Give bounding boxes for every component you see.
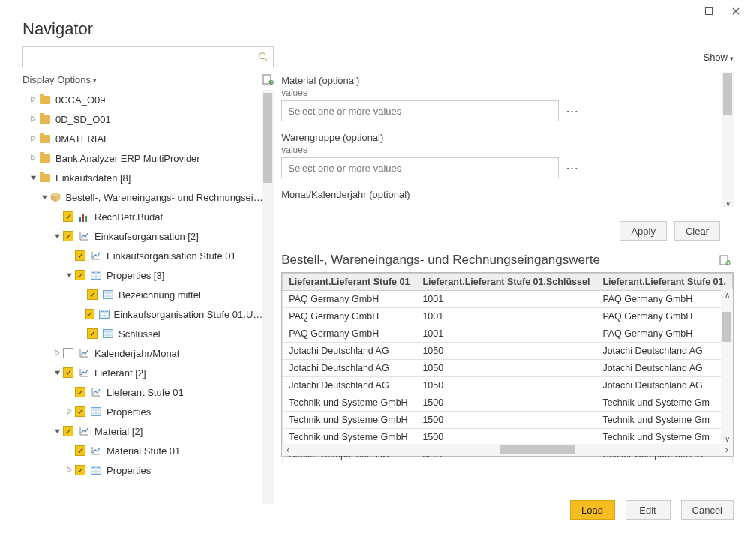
tree-node[interactable]: 0MATERIAL [22,129,263,148]
expand-arrow-icon[interactable] [28,115,38,124]
expand-arrow-icon[interactable] [28,154,38,163]
table-row[interactable]: PAQ Germany GmbH1001PAQ Germany GmbH [283,325,733,343]
grid-hscrollbar[interactable]: ‹ › [282,444,733,456]
window-restore-button[interactable] [696,4,722,18]
display-options-dropdown[interactable]: Display Options▾ [22,74,97,85]
show-dropdown[interactable]: Show▾ [703,52,734,63]
table-icon [102,289,114,301]
tree-checkbox[interactable] [63,367,74,378]
cell: 1050 [416,360,596,377]
apply-button[interactable]: Apply [620,221,667,241]
tree-node[interactable]: Properties [22,402,263,421]
table-row[interactable]: Technik und Systeme GmbH1500Technik und … [283,412,733,429]
tree-node[interactable]: 0CCA_O09 [22,90,263,109]
tree-checkbox[interactable] [75,406,86,417]
dim-icon [90,386,102,398]
scroll-right-icon[interactable]: › [721,444,733,456]
expand-arrow-icon[interactable] [28,135,38,143]
tree-node[interactable]: Bank Analyzer ERP MultiProvider [22,148,263,168]
preview-grid[interactable]: Lieferant.Lieferant Stufe 01Lieferant.Li… [281,272,734,457]
search-input[interactable] [23,52,254,63]
tree-node[interactable]: 0D_SD_O01 [22,109,263,129]
column-header[interactable]: Lieferant.Lieferant Stufe 01. [596,274,733,291]
expand-arrow-icon[interactable] [64,466,74,475]
tree-node[interactable]: Properties [22,460,263,480]
navigator-tree[interactable]: 0CCA_O090D_SD_O010MATERIALBank Analyzer … [22,90,274,504]
table-row[interactable]: PAQ Germany GmbH1001PAQ Germany GmbH [283,291,733,308]
scroll-up-icon[interactable]: ∧ [721,289,733,300]
table-row[interactable]: Jotachi Deutschland AG1050Jotachi Deutsc… [283,360,733,377]
expand-arrow-icon[interactable] [28,96,38,104]
param-select[interactable]: Select one or more values [281,157,559,178]
tree-node-label: Properties [106,465,151,476]
tree-checkbox[interactable] [63,211,74,222]
tree-checkbox[interactable] [87,328,98,339]
expand-arrow-icon[interactable] [64,408,74,416]
table-row[interactable]: Technik und Systeme GmbH1500Technik und … [283,394,733,412]
scroll-down-icon[interactable]: ∨ [721,433,733,444]
column-header[interactable]: Lieferant.Lieferant Stufe 01.Schlüssel [416,274,596,291]
tree-node-label: Schlüssel [118,328,160,340]
tree-node[interactable]: Lieferant Stufe 01 [22,382,263,402]
tree-node[interactable]: Properties [3] [22,265,263,285]
tree-checkbox[interactable] [75,387,86,397]
cell: 1001 [416,291,596,308]
tree-node[interactable]: Bestell-, Wareneingangs- und Rechnungsei… [22,187,263,207]
window-close-button[interactable] [723,4,748,18]
scroll-down-icon[interactable]: ∨ [722,198,734,208]
tree-checkbox[interactable] [87,289,98,300]
expand-arrow-icon[interactable] [52,349,62,358]
scroll-left-icon[interactable]: ‹ [282,444,294,456]
more-options-icon[interactable]: ··· [566,163,579,174]
tree-node[interactable]: Material [2] [22,421,263,441]
tree-node[interactable]: Material Stufe 01 [22,441,263,460]
refresh-icon[interactable] [262,73,274,85]
table-row[interactable]: Jotachi Deutschland AG1050Jotachi Deutsc… [283,377,733,394]
tree-checkbox[interactable] [63,348,74,358]
tree-node[interactable]: Einkaufsorganisation Stufe 01.UniqueNa..… [22,304,263,324]
expand-arrow-icon[interactable] [28,174,38,182]
tree-node[interactable]: Bezeichnung mittel [22,285,263,304]
cell: 1001 [416,308,596,325]
tree-node[interactable]: Einkaufsorganisation [2] [22,226,263,246]
cell: Jotachi Deutschland AG [596,343,733,360]
param-select[interactable]: Select one or more values [281,100,559,121]
tree-node[interactable]: Einkaufsdaten [8] [22,168,263,187]
dim-icon [78,425,90,437]
clear-button[interactable]: Clear [674,221,720,241]
expand-arrow-icon[interactable] [52,369,62,377]
tree-checkbox[interactable] [75,445,86,456]
tree-checkbox[interactable] [63,231,74,241]
cell: PAQ Germany GmbH [596,308,733,325]
tree-scrollbar[interactable] [262,90,274,504]
column-header[interactable]: Lieferant.Lieferant Stufe 01 [283,274,416,291]
grid-vscrollbar[interactable]: ∧ ∨ [721,289,733,444]
tree-node-label: Bezeichnung mittel [118,289,201,301]
expand-arrow-icon[interactable] [52,232,62,241]
table-row[interactable]: PAQ Germany GmbH1001PAQ Germany GmbH [283,308,733,325]
expand-arrow-icon[interactable] [40,193,49,202]
tree-node[interactable]: RechBetr.Budat [22,207,263,226]
more-options-icon[interactable]: ··· [566,106,579,117]
tree-node[interactable]: Schlüssel [22,324,263,343]
tree-checkbox[interactable] [63,426,74,436]
tree-checkbox[interactable] [75,270,86,280]
folder-icon [39,94,51,106]
table-row[interactable]: Jotachi Deutschland AG1050Jotachi Deutsc… [283,343,733,360]
expand-arrow-icon[interactable] [52,427,62,436]
param-sublabel: values [281,88,720,98]
params-scrollbar[interactable]: ∧ ∨ [722,72,734,207]
tree-checkbox[interactable] [86,309,94,319]
search-input-wrap[interactable] [22,46,274,67]
param-label: Warengruppe (optional) [281,132,720,143]
load-button[interactable]: Load [570,500,615,520]
tree-node[interactable]: Lieferant [2] [22,363,263,382]
refresh-preview-icon[interactable] [718,254,730,266]
edit-button[interactable]: Edit [626,500,670,520]
tree-checkbox[interactable] [75,465,86,475]
expand-arrow-icon[interactable] [64,271,74,280]
tree-checkbox[interactable] [75,250,86,261]
cancel-button[interactable]: Cancel [681,500,734,520]
tree-node[interactable]: Kalenderjahr/Monat [22,343,263,363]
tree-node[interactable]: Einkaufsorganisation Stufe 01 [22,246,263,265]
